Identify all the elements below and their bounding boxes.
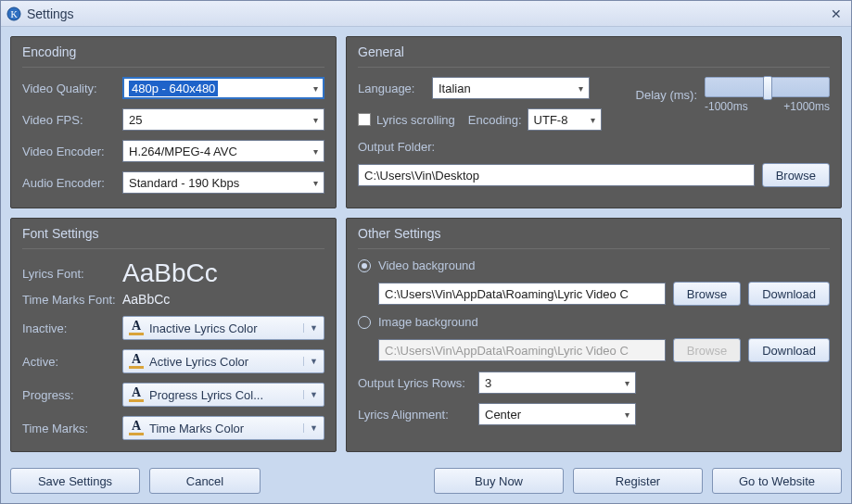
alignment-select[interactable]: Center ▾: [478, 403, 636, 425]
chevron-down-icon: ▾: [313, 115, 318, 125]
time-marks-font-preview[interactable]: AaBbCc: [122, 292, 170, 307]
buy-now-button[interactable]: Buy Now: [434, 468, 564, 494]
encoding-label: Encoding:: [468, 113, 522, 127]
settings-window: K Settings ✕ Encoding Video Quality: 480…: [0, 0, 852, 504]
audio-encoder-select[interactable]: Standard - 190 Kbps ▾: [122, 171, 324, 194]
video-encoder-label: Video Encoder:: [22, 145, 122, 158]
image-background-path-input: C:\Users\Vin\AppData\Roaming\Lyric Video…: [378, 339, 666, 361]
video-background-label: Video background: [378, 258, 476, 272]
output-rows-label: Output Lyrics Rows:: [358, 376, 478, 390]
language-label: Language:: [358, 82, 432, 95]
save-settings-button[interactable]: Save Settings: [10, 468, 140, 494]
chevron-down-icon[interactable]: ▼: [303, 357, 318, 366]
chevron-down-icon: ▾: [313, 178, 318, 188]
inactive-color-button[interactable]: A Inactive Lyrics Color ▼: [122, 316, 324, 340]
lyrics-font-label: Lyrics Font:: [22, 267, 122, 281]
lyrics-scrolling-checkbox[interactable]: [358, 113, 371, 126]
window-title: Settings: [27, 6, 74, 21]
font-settings-title: Font Settings: [22, 224, 324, 249]
output-folder-browse-button[interactable]: Browse: [762, 163, 830, 187]
image-background-download-button[interactable]: Download: [748, 338, 830, 362]
footer-bar: Save Settings Cancel Buy Now Register Go…: [10, 468, 842, 494]
image-background-radio[interactable]: [358, 316, 371, 329]
delay-label: Delay (ms):: [636, 88, 697, 102]
cancel-button[interactable]: Cancel: [149, 468, 261, 494]
language-select[interactable]: Italian ▾: [432, 77, 590, 99]
font-settings-group: Font Settings Lyrics Font: AaBbCc Time M…: [10, 218, 337, 452]
app-logo-icon: K: [6, 6, 21, 21]
video-quality-label: Video Quality:: [22, 82, 122, 95]
video-encoder-select[interactable]: H.264/MPEG-4 AVC ▾: [122, 140, 324, 162]
chevron-down-icon: ▾: [313, 146, 318, 157]
general-group: General Language: Italian ▾ Lyrics scrol…: [346, 36, 842, 208]
encoding-group: Encoding Video Quality: 480p - 640x480 ▾…: [10, 36, 337, 208]
titlebar: K Settings ✕: [1, 1, 851, 27]
video-background-browse-button[interactable]: Browse: [673, 282, 741, 306]
image-background-label: Image background: [378, 315, 478, 329]
lyrics-scrolling-label: Lyrics scrolling: [376, 113, 455, 127]
audio-encoder-label: Audio Encoder:: [22, 176, 122, 190]
other-settings-group: Other Settings Video background C:\Users…: [346, 218, 842, 452]
video-fps-select[interactable]: 25 ▾: [122, 108, 324, 131]
output-folder-input[interactable]: C:\Users\Vin\Desktop: [358, 164, 755, 186]
chevron-down-icon: ▾: [625, 378, 629, 388]
delay-max: +1000ms: [783, 100, 830, 113]
progress-label: Progress:: [22, 388, 122, 402]
video-fps-label: Video FPS:: [22, 113, 122, 127]
time-marks-font-label: Time Marks Font:: [22, 293, 122, 307]
delay-min: -1000ms: [705, 100, 748, 113]
video-background-path-input[interactable]: C:\Users\Vin\AppData\Roaming\Lyric Video…: [378, 283, 666, 305]
font-color-icon: A: [129, 387, 144, 402]
font-color-icon: A: [129, 321, 144, 335]
chevron-down-icon[interactable]: ▼: [303, 390, 318, 399]
chevron-down-icon: ▾: [579, 83, 583, 94]
chevron-down-icon: ▾: [313, 83, 318, 94]
delay-slider[interactable]: [705, 77, 830, 97]
output-folder-label: Output Folder:: [358, 140, 435, 154]
encoding-title: Encoding: [22, 43, 324, 68]
chevron-down-icon: ▾: [625, 410, 629, 420]
text-encoding-select[interactable]: UTF-8 ▾: [528, 108, 602, 131]
time-marks-label: Time Marks:: [22, 422, 122, 435]
active-color-button[interactable]: A Active Lyrics Color ▼: [122, 349, 324, 373]
font-color-icon: A: [129, 421, 144, 435]
register-button[interactable]: Register: [573, 468, 703, 494]
font-color-icon: A: [129, 354, 144, 369]
video-quality-select[interactable]: 480p - 640x480 ▾: [122, 77, 324, 99]
active-label: Active:: [22, 355, 122, 369]
go-to-website-button[interactable]: Go to Website: [712, 468, 842, 494]
other-settings-title: Other Settings: [358, 224, 830, 249]
chevron-down-icon[interactable]: ▼: [303, 423, 318, 433]
chevron-down-icon[interactable]: ▼: [303, 323, 318, 333]
general-title: General: [358, 43, 830, 68]
alignment-label: Lyrics Alignment:: [358, 408, 478, 422]
chevron-down-icon: ▾: [591, 115, 595, 125]
video-background-radio[interactable]: [358, 259, 371, 272]
progress-color-button[interactable]: A Progress Lyrics Col... ▼: [122, 383, 324, 407]
slider-thumb-icon[interactable]: [763, 76, 772, 100]
video-background-download-button[interactable]: Download: [748, 282, 830, 306]
time-marks-color-button[interactable]: A Time Marks Color ▼: [122, 416, 324, 440]
svg-text:K: K: [10, 9, 18, 19]
lyrics-font-preview[interactable]: AaBbCc: [122, 258, 218, 288]
close-icon[interactable]: ✕: [827, 6, 846, 22]
inactive-label: Inactive:: [22, 321, 122, 335]
output-rows-select[interactable]: 3 ▾: [478, 372, 636, 394]
image-background-browse-button: Browse: [673, 338, 741, 362]
